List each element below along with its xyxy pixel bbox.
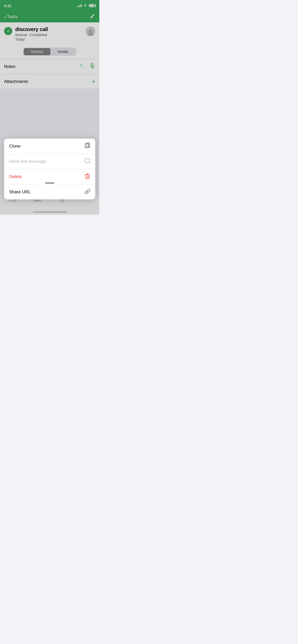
drag-handle — [45, 182, 54, 184]
share-url-label: Share URL — [9, 189, 31, 195]
svg-text:∞: ∞ — [87, 191, 88, 194]
send-text-icon — [85, 158, 90, 165]
delete-action[interactable]: Delete — [4, 169, 95, 184]
delete-label: Delete — [9, 174, 22, 179]
send-text-message-action: Send text message — [4, 154, 95, 169]
home-indicator — [33, 211, 67, 213]
clone-icon — [85, 143, 90, 150]
share-url-action[interactable]: Share URL ∞ — [4, 184, 95, 199]
action-sheet: Clone Send text message Delete — [4, 139, 95, 199]
delete-icon — [85, 173, 90, 180]
share-url-icon: ∞ — [85, 188, 90, 195]
clone-label: Clone — [9, 144, 20, 149]
clone-action[interactable]: Clone — [4, 139, 95, 154]
send-text-label: Send text message — [9, 159, 46, 164]
